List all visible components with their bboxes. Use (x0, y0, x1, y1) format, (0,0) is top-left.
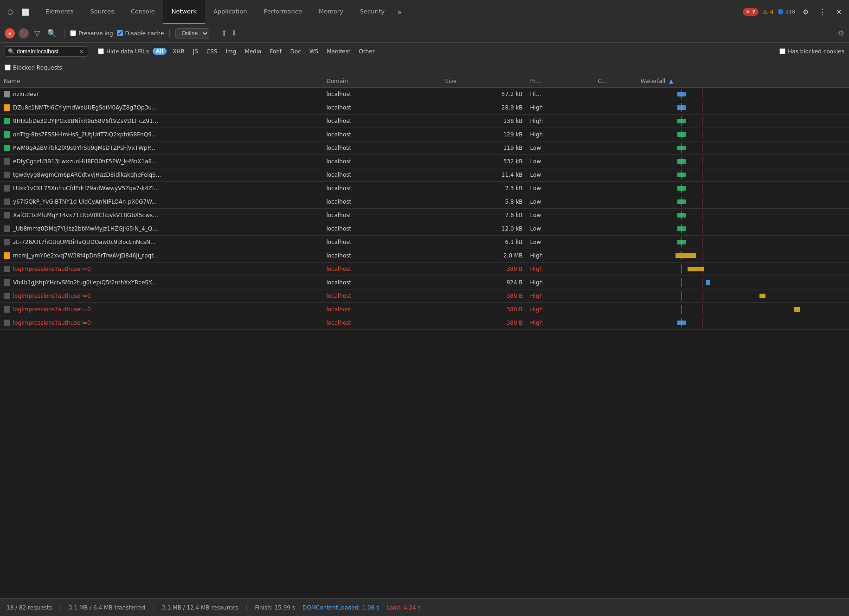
filter-all-btn[interactable]: All (153, 48, 167, 55)
cell-domain: localhost (322, 316, 441, 330)
table-row[interactable]: logImpressions?authuser=0 localhost 380 … (0, 303, 849, 316)
filter-media[interactable]: Media (242, 47, 264, 56)
cell-waterfall (637, 263, 849, 276)
table-row[interactable]: nzxr.dev/ localhost 57.2 kB Hi... (0, 88, 849, 101)
cell-cache (594, 168, 637, 182)
network-table: Name Domain Size Pr... C... Waterfall ▲ … (0, 75, 849, 330)
cell-name: 9HI3zbDe32DYJPGx8BNikR9u58V6ftVZsVDLI_cZ… (0, 115, 322, 128)
file-type-icon (4, 266, 10, 272)
cell-cache (594, 128, 637, 141)
table-row[interactable]: _Ub8mmz0DMq7YljIsz2bbMwMyjz1HZGJl65iN_4_… (0, 222, 849, 236)
throttle-select[interactable]: Online (175, 28, 209, 38)
download-icon[interactable]: ⬇ (231, 29, 237, 38)
stop-btn[interactable]: 🚫 (19, 28, 29, 38)
filter-font[interactable]: Font (267, 47, 284, 56)
file-type-icon (4, 145, 10, 151)
tab-console[interactable]: Console (122, 0, 163, 24)
cell-priority: Low (527, 195, 594, 209)
cell-priority: Low (527, 155, 594, 168)
col-header-priority[interactable]: Pr... (527, 75, 594, 88)
network-table-container[interactable]: Name Domain Size Pr... C... Waterfall ▲ … (0, 75, 849, 598)
filter-xhr[interactable]: XHR (170, 47, 187, 56)
table-row[interactable]: eDfyCgnzU3B13LwxzuoHU8FO0hF5PW_k-MnX1a8.… (0, 155, 849, 168)
tab-performance[interactable]: Performance (256, 0, 310, 24)
table-row[interactable]: y67l5QkP_YvGIBTNY1d-UldCyAnNIFLOAn-pX0G7… (0, 195, 849, 209)
cell-name: y67l5QkP_YvGIBTNY1d-UldCyAnNIFLOAn-pX0G7… (0, 195, 322, 209)
cell-waterfall (637, 195, 849, 209)
col-header-waterfall[interactable]: Waterfall ▲ (637, 75, 849, 88)
cell-size: 532 kB (442, 155, 527, 168)
has-blocked-cookies-checkbox[interactable]: Has blocked cookies (779, 48, 844, 55)
tab-elements[interactable]: Elements (37, 0, 82, 24)
table-row[interactable]: onTtg-8bs7FSSH-ImHsS_2UtjUdT7iQ2xpfdG8Fn… (0, 128, 849, 141)
close-devtools-btn[interactable]: ✕ (832, 6, 845, 19)
filter-ws[interactable]: WS (307, 47, 321, 56)
cell-domain: localhost (322, 249, 441, 263)
table-row[interactable]: PwM0gAaBV7bk2lX9s9Yh5b9gMsDTZPsFjVxTWpP.… (0, 141, 849, 155)
divider-3 (215, 29, 215, 38)
tab-memory[interactable]: Memory (310, 0, 352, 24)
blocked-requests-checkbox[interactable]: Blocked Requests (5, 64, 62, 71)
table-row[interactable]: XafOC1cMluMqYT4vx71LRbV0lChbvkV18GbX5cws… (0, 209, 849, 222)
cell-name: logImpressions?authuser=0 (0, 303, 322, 316)
filter-manifest[interactable]: Manifest (324, 47, 353, 56)
record-btn[interactable]: ● (5, 28, 15, 38)
hide-data-urls-checkbox[interactable]: Hide data URLs (98, 48, 149, 55)
tab-network[interactable]: Network (163, 0, 205, 24)
network-settings-icon[interactable]: ⚙ (838, 29, 844, 38)
filter-js[interactable]: JS (191, 47, 200, 56)
more-options-btn[interactable]: ⋮ (816, 6, 829, 19)
cell-priority: High (527, 276, 594, 289)
tab-application[interactable]: Application (205, 0, 256, 24)
cell-domain: localhost (322, 115, 441, 128)
table-row[interactable]: logImpressions?authuser=0 localhost 380 … (0, 289, 849, 303)
preserve-log-checkbox[interactable]: Preserve log (70, 30, 113, 37)
table-row[interactable]: LUxk1vCKL75XuftuCfdPdrl79adWwwyV5Zqa7-k4… (0, 182, 849, 195)
filter-css[interactable]: CSS (204, 47, 220, 56)
upload-icon[interactable]: ⬆ (221, 29, 227, 38)
search-icon[interactable]: 🔍 (45, 28, 58, 38)
cell-domain: localhost (322, 236, 441, 249)
search-clear-btn[interactable]: ✕ (79, 48, 84, 55)
cell-size: 6.1 kB (442, 236, 527, 249)
file-name: onTtg-8bs7FSSH-ImHsS_2UtjUdT7iQ2xpfdG8Fn… (13, 131, 157, 138)
search-input[interactable] (17, 48, 77, 55)
col-header-domain[interactable]: Domain (322, 75, 441, 88)
cell-waterfall (637, 209, 849, 222)
device-toolbar-btn[interactable]: ⬜ (19, 6, 32, 19)
cell-name: tgwdyyg8wgmCm6pARCdtvvjHazD8IdikakqheFei… (0, 168, 322, 182)
table-row[interactable]: Vb4b1gJshpYHcivSMn2tug0llepiQ5f2nthXxYRc… (0, 276, 849, 289)
filter-doc[interactable]: Doc (288, 47, 303, 56)
filter-other[interactable]: Other (356, 47, 377, 56)
table-row[interactable]: tgwdyyg8wgmCm6pARCdtvvjHazD8IdikakqheFei… (0, 168, 849, 182)
file-name: mcmJ_ymY0e2xvq7W38f4pDnSrTrwAVjD846Ji_rp… (13, 252, 159, 259)
col-header-cache[interactable]: C... (594, 75, 637, 88)
tab-security[interactable]: Security (352, 0, 393, 24)
table-row[interactable]: logImpressions?authuser=0 localhost 380 … (0, 316, 849, 330)
col-header-name[interactable]: Name (0, 75, 322, 88)
table-row[interactable]: DZu8c1NMTti6CY-ymdWsUUEgSoiM0AyZ8g7Op3u.… (0, 101, 849, 115)
network-toolbar: ● 🚫 ▽ 🔍 Preserve log Disable cache Onlin… (0, 24, 849, 43)
tab-sources[interactable]: Sources (82, 0, 122, 24)
cell-domain: localhost (322, 88, 441, 101)
cell-cache (594, 316, 637, 330)
file-type-icon (4, 293, 10, 299)
cell-priority: High (527, 263, 594, 276)
cell-waterfall (637, 222, 849, 236)
filter-img[interactable]: Img (224, 47, 239, 56)
disable-cache-checkbox[interactable]: Disable cache (117, 30, 164, 37)
cell-waterfall (637, 303, 849, 316)
cell-domain: localhost (322, 289, 441, 303)
tab-bar-right: ✕ 7 ⚠ 4 🔵 218 ⚙ ⋮ ✕ (743, 6, 845, 19)
table-row[interactable]: 9HI3zbDe32DYJPGx8BNikR9u58V6ftVZsVDLI_cZ… (0, 115, 849, 128)
table-row[interactable]: logImpressions?authuser=0 localhost 380 … (0, 263, 849, 276)
table-row[interactable]: zE-726ATt7hGUqUMBiHaQUDOawBc9j3ocEnNcsN.… (0, 236, 849, 249)
filter-icon[interactable]: ▽ (32, 28, 42, 38)
file-type-icon (4, 320, 10, 326)
select-element-btn[interactable]: ⬡ (4, 6, 17, 19)
col-header-size[interactable]: Size (442, 75, 527, 88)
file-type-icon (4, 185, 10, 192)
settings-btn[interactable]: ⚙ (799, 6, 812, 19)
table-row[interactable]: mcmJ_ymY0e2xvq7W38f4pDnSrTrwAVjD846Ji_rp… (0, 249, 849, 263)
more-tabs-btn[interactable]: » (393, 6, 406, 19)
